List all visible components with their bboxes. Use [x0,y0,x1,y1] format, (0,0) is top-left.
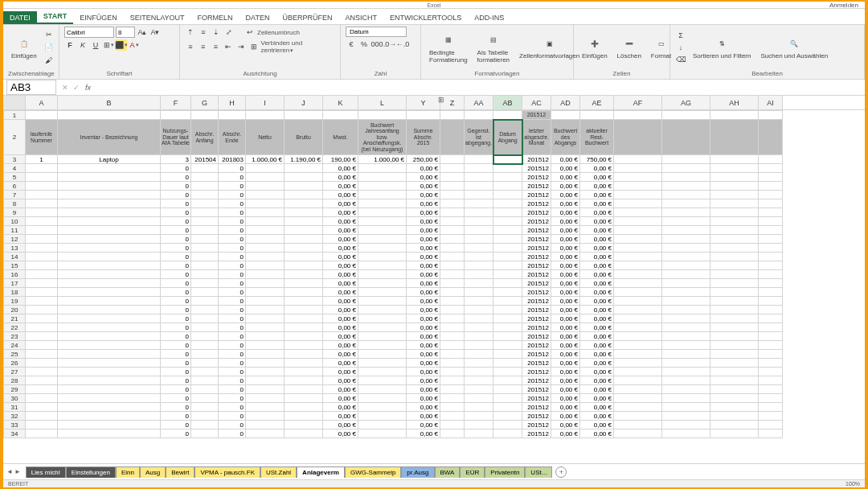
cell[interactable] [246,297,285,306]
col-header-AB[interactable]: AB [493,96,522,109]
cell[interactable] [58,270,161,279]
cell[interactable]: 0,00 € [407,368,440,376]
cell[interactable]: 0,00 € [580,429,614,438]
cell[interactable] [493,350,522,359]
cell[interactable] [710,155,759,164]
cell[interactable]: 0,00 € [323,279,358,288]
cell[interactable] [285,297,323,306]
cell[interactable] [285,199,323,208]
cell[interactable] [440,288,465,297]
cell[interactable] [26,368,58,376]
clear-icon[interactable]: ⌫ [675,54,686,65]
cell[interactable] [26,421,58,429]
cell[interactable] [662,191,710,199]
cell[interactable]: 0 [161,279,191,288]
row-header[interactable]: 24 [4,341,26,350]
cell[interactable] [191,226,219,235]
cell[interactable] [710,208,759,217]
cell[interactable] [710,412,759,421]
cell[interactable] [710,394,759,403]
cell[interactable]: 0 [161,261,191,270]
cell[interactable]: 0,00 € [323,429,358,438]
cell[interactable]: Buchwert des Abgangs [551,120,580,155]
cell[interactable] [614,253,662,261]
cell[interactable] [358,279,407,288]
cell[interactable] [759,297,783,306]
cell[interactable] [358,235,407,244]
cell[interactable]: 0 [219,376,246,385]
cell[interactable] [493,164,522,173]
cell[interactable] [710,341,759,350]
select-all-button[interactable] [3,96,26,109]
tab-review[interactable]: ÜBERPRÜFEN [276,11,338,24]
paste-button[interactable]: 📋 Einfügen [8,34,40,61]
cell[interactable]: 201512 [522,279,551,288]
cell[interactable] [710,323,759,332]
cell[interactable] [465,217,493,226]
cell[interactable] [662,279,710,288]
cell[interactable]: 0 [161,182,191,191]
cell[interactable]: 201512 [522,421,551,429]
cell[interactable] [58,385,161,394]
cell[interactable] [710,226,759,235]
cell[interactable]: 0,00 € [407,164,440,173]
cell[interactable] [440,270,465,279]
cell[interactable] [191,111,219,120]
cell[interactable]: 0,00 € [407,297,440,306]
cell[interactable] [662,111,710,120]
font-name-select[interactable] [64,27,114,38]
cell[interactable] [246,199,285,208]
row-header[interactable]: 6 [4,182,26,191]
cell[interactable]: 0,00 € [580,244,614,253]
row-header[interactable]: 4 [4,164,26,173]
cell[interactable] [614,182,662,191]
cell[interactable]: 0 [161,235,191,244]
cell[interactable]: 201512 [522,394,551,403]
cell[interactable]: 0 [161,226,191,235]
cell[interactable] [440,182,465,191]
cell[interactable]: 0 [219,217,246,226]
cell[interactable] [614,306,662,314]
cell[interactable] [759,182,783,191]
cell[interactable] [759,359,783,368]
cell[interactable]: 201512 [522,173,551,182]
cell[interactable] [759,111,783,120]
cell[interactable]: 0,00 € [580,173,614,182]
cell[interactable] [358,314,407,323]
cell[interactable] [358,208,407,217]
cell[interactable] [358,403,407,412]
wrap-text-icon[interactable]: ↩ [244,27,256,38]
cell[interactable] [246,226,285,235]
col-header-AI[interactable]: AI [759,96,783,109]
cell[interactable] [465,235,493,244]
row-header[interactable]: 1 [4,111,26,120]
cell[interactable] [26,394,58,403]
cell[interactable] [710,164,759,173]
cell[interactable] [440,341,465,350]
cell[interactable]: 0,00 € [323,226,358,235]
cell[interactable] [285,191,323,199]
cell[interactable] [26,323,58,332]
cell[interactable] [465,261,493,270]
cell[interactable]: 201512 [522,226,551,235]
cell[interactable] [493,341,522,350]
cell[interactable] [614,173,662,182]
col-header-L[interactable]: L [358,96,407,109]
cell[interactable]: 0,00 € [407,350,440,359]
align-center-icon[interactable]: ≡ [198,41,209,52]
cell[interactable] [710,359,759,368]
cell[interactable]: 0,00 € [551,217,580,226]
cell[interactable]: 0 [219,332,246,341]
row-header[interactable]: 30 [4,394,26,403]
cell[interactable] [285,341,323,350]
cell[interactable] [662,403,710,412]
cell[interactable]: 0,00 € [580,341,614,350]
cell[interactable] [26,314,58,323]
cell[interactable] [285,332,323,341]
cell[interactable] [26,306,58,314]
row-header[interactable]: 26 [4,359,26,368]
tab-addins[interactable]: ADD-INS [468,11,510,24]
col-header-AD[interactable]: AD [551,96,580,109]
cell[interactable] [710,270,759,279]
cell[interactable] [759,314,783,323]
